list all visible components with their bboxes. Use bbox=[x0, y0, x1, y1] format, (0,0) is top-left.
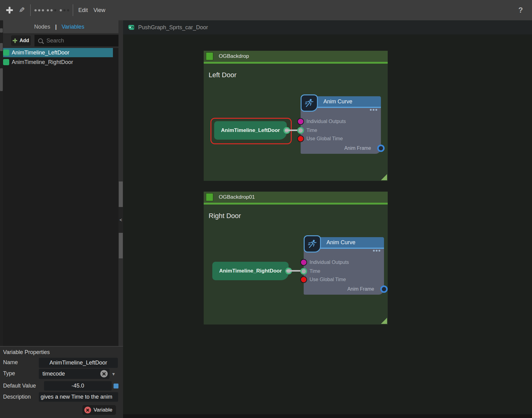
node-animtimeline-rightdoor[interactable]: AnimTimeline_RightDoor bbox=[212, 262, 289, 280]
anim-curve-icon bbox=[301, 94, 318, 112]
anim-curve-icon bbox=[304, 235, 321, 253]
anim-frame-port[interactable] bbox=[377, 145, 385, 152]
default-value-color-chip[interactable] bbox=[114, 384, 118, 388]
plus-icon bbox=[6, 7, 13, 14]
node-options-icon[interactable] bbox=[370, 109, 377, 111]
toolbar-divider bbox=[30, 4, 31, 16]
plus-icon bbox=[13, 38, 17, 43]
anim-curve-title: Anim Curve bbox=[323, 98, 352, 105]
variable-list-item[interactable]: AnimTimeline_RightDoor bbox=[2, 58, 113, 67]
use-global-time-port[interactable] bbox=[300, 276, 307, 283]
anim-frame-port[interactable] bbox=[380, 285, 388, 293]
splitter-thumb[interactable] bbox=[119, 233, 123, 258]
backdrop-resize-handle[interactable] bbox=[381, 318, 387, 324]
default-value-field[interactable] bbox=[44, 381, 112, 391]
toolbar-divider bbox=[73, 4, 73, 16]
backdrop-color-swatch bbox=[206, 52, 213, 60]
main-toolbar: ✎ Edit View ? bbox=[0, 0, 532, 20]
port-row: Use Global Time bbox=[304, 276, 384, 283]
output-row: Anim Frame bbox=[301, 145, 381, 152]
ellipsis-icon bbox=[47, 9, 56, 11]
panel-tabs: Nodes | Variables bbox=[0, 20, 118, 33]
type-dropdown-arrow[interactable]: ▼ bbox=[111, 372, 116, 376]
individual-outputs-port[interactable] bbox=[300, 259, 307, 266]
search-input[interactable] bbox=[46, 37, 109, 44]
anim-curve-underline bbox=[319, 248, 384, 249]
properties-title: Variable Properties bbox=[3, 349, 50, 356]
variables-actions-row: Add bbox=[0, 33, 118, 48]
ellipsis-icon bbox=[34, 9, 44, 11]
port-row: Time bbox=[301, 127, 381, 134]
graph-icon bbox=[128, 24, 135, 31]
backdrop-title: OGBackdrop01 bbox=[219, 194, 255, 200]
backdrop-header[interactable]: OGBackdrop bbox=[204, 51, 388, 62]
node-anim-curve-1[interactable]: Anim Curve Individual Outputs Time Use G… bbox=[301, 94, 381, 154]
type-field[interactable] bbox=[39, 369, 110, 379]
variable-chip-label: Variable bbox=[94, 407, 112, 413]
node-options-icon[interactable] bbox=[373, 250, 380, 252]
edit-pencil-button[interactable]: ✎ bbox=[17, 0, 27, 20]
default-value-label: Default Value bbox=[3, 383, 36, 389]
node-anim-curve-2[interactable]: Anim Curve Individual Outputs Time Use G… bbox=[304, 235, 384, 295]
variable-name: AnimTimeline_LeftDoor bbox=[12, 50, 69, 56]
variable-color-swatch bbox=[3, 59, 9, 65]
delete-variable-chip[interactable]: Variable bbox=[82, 405, 116, 415]
options-menu-3[interactable] bbox=[59, 0, 70, 20]
tab-variables[interactable]: Variables bbox=[62, 24, 84, 30]
tab-nodes[interactable]: Nodes bbox=[34, 24, 50, 30]
port-row: Use Global Time bbox=[301, 135, 381, 142]
new-button[interactable] bbox=[5, 0, 14, 20]
help-icon: ? bbox=[518, 6, 523, 14]
port-row: Time bbox=[304, 268, 384, 275]
node-title: AnimTimeline_RightDoor bbox=[219, 268, 282, 274]
options-menu-2[interactable] bbox=[46, 0, 57, 20]
backdrop-resize-handle[interactable] bbox=[381, 174, 387, 180]
description-field[interactable] bbox=[39, 392, 118, 402]
help-button[interactable]: ? bbox=[515, 0, 526, 20]
collapse-arrow-icon: < bbox=[119, 217, 122, 222]
add-variable-button[interactable]: Add bbox=[11, 35, 31, 46]
search-icon bbox=[38, 38, 43, 43]
backdrop-header[interactable]: OGBackdrop01 bbox=[204, 192, 388, 203]
output-row: Anim Frame bbox=[304, 285, 384, 293]
variables-list: AnimTimeline_LeftDoor AnimTimeline_Right… bbox=[0, 48, 118, 67]
canvas-bottom-bar bbox=[123, 414, 532, 418]
menu-view[interactable]: View bbox=[92, 0, 107, 20]
time-port[interactable] bbox=[300, 268, 307, 275]
description-label: Description bbox=[3, 394, 31, 400]
clear-type-icon[interactable] bbox=[100, 370, 108, 377]
name-field[interactable] bbox=[39, 358, 118, 368]
port-row: Individual Outputs bbox=[304, 259, 384, 266]
anim-curve-underline bbox=[316, 107, 381, 108]
use-global-time-port[interactable] bbox=[297, 135, 304, 142]
graph-canvas[interactable]: PushGraph_Sprts_car_Door OGBackdrop Left… bbox=[123, 20, 532, 418]
panel-collapse-button[interactable]: < bbox=[118, 207, 123, 233]
backdrop-label: Right Door bbox=[209, 212, 241, 220]
backdrop-title: OGBackdrop bbox=[219, 53, 249, 59]
anim-curve-header[interactable]: Anim Curve bbox=[310, 96, 381, 107]
add-button-label: Add bbox=[19, 38, 29, 43]
pencil-icon: ✎ bbox=[19, 6, 25, 14]
variable-list-item[interactable]: AnimTimeline_LeftDoor bbox=[2, 48, 113, 57]
individual-outputs-port[interactable] bbox=[297, 118, 304, 125]
menu-edit[interactable]: Edit bbox=[76, 0, 90, 20]
backdrop-color-swatch bbox=[206, 193, 213, 201]
variable-properties-panel: Variable Properties Name Type ▼ Default … bbox=[0, 346, 123, 418]
name-label: Name bbox=[3, 359, 18, 366]
graph-tab-title[interactable]: PushGraph_Sprts_car_Door bbox=[138, 24, 208, 31]
node-animtimeline-leftdoor[interactable]: AnimTimeline_LeftDoor bbox=[214, 121, 287, 140]
anim-curve-title: Anim Curve bbox=[326, 239, 355, 246]
options-menu-1[interactable] bbox=[34, 0, 44, 20]
tab-divider: | bbox=[55, 24, 57, 30]
ellipsis-icon bbox=[60, 9, 69, 11]
graph-tab-bar: PushGraph_Sprts_car_Door bbox=[123, 20, 532, 34]
runner-icon bbox=[307, 239, 318, 249]
anim-curve-header[interactable]: Anim Curve bbox=[313, 237, 384, 248]
node-title: AnimTimeline_LeftDoor bbox=[221, 127, 280, 133]
variable-name: AnimTimeline_RightDoor bbox=[12, 59, 73, 66]
type-label: Type bbox=[3, 370, 15, 377]
backdrop-label: Left Door bbox=[209, 71, 237, 79]
time-port[interactable] bbox=[297, 127, 304, 134]
splitter-thumb[interactable] bbox=[119, 181, 123, 207]
variable-color-swatch bbox=[3, 50, 9, 56]
